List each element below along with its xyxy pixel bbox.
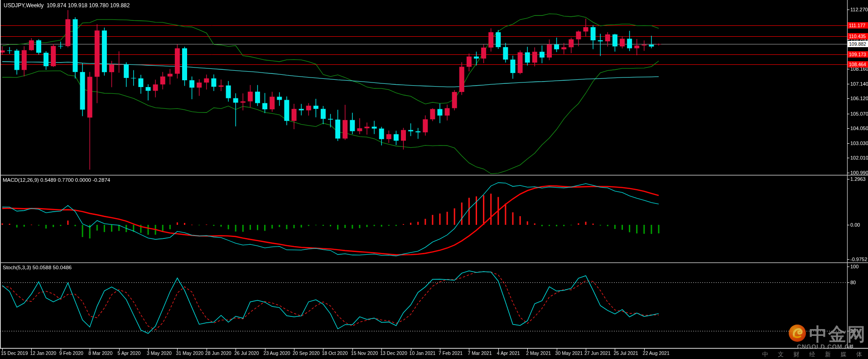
price-tick-label: 105.070 — [850, 111, 868, 116]
date-label: 5 Apr 2020 — [118, 350, 141, 356]
date-label: 13 Dec 2020 — [380, 350, 407, 356]
date-label: 3 May 2020 — [147, 350, 172, 356]
stoch-tick-label: 80 — [850, 280, 856, 285]
date-label: 26 Jul 2020 — [234, 350, 259, 356]
cngold-cloud-logo-icon — [788, 324, 806, 344]
macd-tick-label: 0.00 — [850, 222, 860, 228]
trading-terminal-chart: USDJPY,Weekly 109.874 109.918 109.780 10… — [0, 0, 868, 359]
level-price-badge: 109.173 — [848, 51, 868, 58]
date-label: 9 Feb 2020 — [59, 350, 83, 356]
stoch-tick-label: 100 — [850, 264, 858, 269]
date-label: 23 Aug 2020 — [264, 350, 290, 356]
price-tick-label: 102.010 — [850, 155, 868, 160]
date-label: 20 Sep 2020 — [293, 350, 320, 356]
price-tick-label: 106.120 — [850, 96, 868, 101]
date-label: 10 Jan 2021 — [410, 350, 436, 356]
level-price-badge: 108.464 — [848, 61, 868, 68]
date-label: 8 Mar 2020 — [88, 350, 112, 356]
stoch-indicator-label: Stoch(5,3,3) 50.0588 50.0486 — [3, 265, 72, 270]
date-label: 15 Nov 2020 — [351, 350, 378, 356]
date-label: 7 Mar 2021 — [468, 350, 492, 356]
level-price-badge: 111.177 — [848, 22, 868, 29]
date-label: 25 Jul 2021 — [613, 350, 638, 356]
macd-indicator-label: MACD(12,26,9) 0.5489 0.7700 0.0000 -0.28… — [3, 177, 110, 183]
date-label: 18 Oct 2020 — [322, 350, 347, 356]
current-price-badge: 109.882 — [848, 41, 868, 47]
watermark-domain: CNGOLD.COM.CN — [786, 343, 865, 350]
date-label: 4 Apr 2021 — [497, 350, 520, 356]
date-label: 28 Jun 2020 — [205, 350, 231, 356]
date-label: 30 May 2021 — [555, 350, 583, 356]
date-label: 15 Dec 2019 — [1, 350, 28, 356]
macd-tick-label: -0.9752 — [850, 257, 867, 262]
price-tick-label: 103.030 — [850, 141, 868, 146]
watermark-tagline: 中 文 财 经 新 媒 体 — [762, 350, 866, 359]
date-label: 2 May 2021 — [526, 350, 551, 356]
date-label: 27 Jun 2021 — [584, 350, 611, 356]
date-label: 31 May 2020 — [176, 350, 203, 356]
symbol-title: USDJPY,Weekly 109.874 109.918 109.780 10… — [4, 2, 130, 9]
date-label: 12 Jan 2020 — [30, 350, 56, 356]
watermark-brand: 中金网 — [809, 325, 866, 343]
price-tick-label: 107.140 — [850, 81, 868, 87]
price-tick-label: 104.050 — [850, 126, 868, 131]
price-chart-canvas[interactable] — [0, 0, 868, 359]
macd-tick-label: 1.2963 — [850, 176, 866, 182]
watermark: 中金网 CNGOLD.COM.CN 中 文 财 经 新 媒 体 — [762, 324, 866, 359]
level-price-badge: 110.435 — [848, 33, 868, 39]
date-label: 7 Feb 2021 — [439, 350, 463, 356]
date-label: 22 Aug 2021 — [643, 350, 670, 356]
price-tick-label: 112.270 — [850, 7, 868, 12]
price-tick-label: 100.990 — [850, 170, 868, 175]
